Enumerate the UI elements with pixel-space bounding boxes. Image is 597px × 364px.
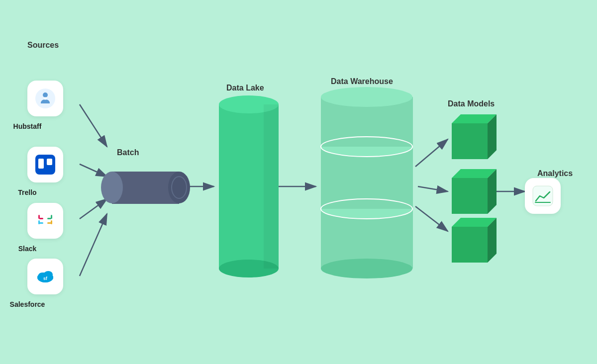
lake-cylinder-shadow [264,104,279,269]
svg-rect-10 [39,222,43,224]
data-models-label: Data Models [448,99,495,108]
batch-label: Batch [117,148,139,157]
analytics-svg [532,185,554,207]
svg-rect-7 [39,218,43,219]
cube-bot-front [452,227,488,263]
svg-point-3 [44,97,47,100]
salesforce-arrow [80,214,107,276]
hubstaff-arrow [80,104,107,147]
warehouse-to-model-top-arrow [415,139,448,167]
cube-top-front [452,123,488,159]
svg-rect-11 [47,218,51,219]
hubstaff-label: Hubstaff [13,122,42,130]
batch-cylinder-left [101,172,123,203]
svg-rect-12 [51,215,52,219]
slack-arrow [80,199,107,219]
svg-text:sf: sf [43,276,48,281]
salesforce-icon: sf [27,259,63,294]
data-lake-label: Data Lake [226,84,264,92]
hubstaff-svg [34,88,56,109]
svg-rect-13 [51,220,52,224]
warehouse-to-model-mid-arrow [418,186,448,191]
sources-label: Sources [27,41,59,50]
svg-rect-14 [47,222,51,224]
svg-point-2 [43,92,48,97]
svg-rect-9 [38,220,40,224]
salesforce-svg: sf [34,266,56,287]
svg-rect-6 [47,159,52,165]
trello-label: Trello [18,188,36,196]
trello-svg [34,154,56,176]
salesforce-label: Salesforce [10,300,45,308]
slack-svg [34,210,56,232]
analytics-icon [525,178,561,214]
svg-rect-21 [535,202,551,203]
slack-label: Slack [18,245,37,253]
hubstaff-icon [27,81,63,116]
diagram-canvas: Sources Hubstaff Trello [0,0,597,364]
analytics-label: Analytics [537,169,573,178]
warehouse-to-model-bot-arrow [415,206,448,231]
diagram-svg [0,0,597,364]
svg-rect-5 [38,159,44,169]
data-warehouse-label: Data Warehouse [331,77,393,86]
cube-mid-front [452,178,488,214]
slack-icon [27,203,63,239]
warehouse-top-ellipse [321,87,412,107]
svg-rect-8 [38,215,40,219]
trello-icon [27,147,63,182]
warehouse-bottom-ellipse [321,259,412,278]
trello-arrow [80,164,107,177]
